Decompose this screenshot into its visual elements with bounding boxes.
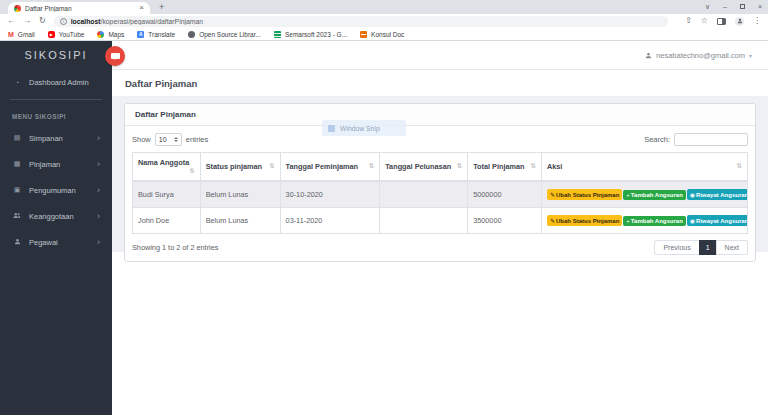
page-length-select[interactable]: 10 [155,133,182,146]
column-header-tgl-peminjaman[interactable]: Tanggal Peminjaman⇅ [280,153,380,182]
ubah-status-button[interactable]: ✎Ubah Status Pinjaman [547,189,622,200]
cell-aksi: ✎Ubah Status Pinjaman+Tambah Angsuran◉Ri… [541,181,747,208]
cell-status: Belum Lunas [200,208,280,234]
sort-icon: ⇅ [269,162,274,170]
next-page-button[interactable]: Next [716,240,748,255]
card-body: Show 10 entries Search: [125,126,755,261]
bookmark-star-icon[interactable]: ☆ [701,14,708,28]
page-number-button[interactable]: 1 [699,240,717,255]
browser-window: Daftar Pinjaman × + ∨ – × ← → ↻ i localh… [0,0,768,416]
sort-icon: ⇅ [457,162,462,170]
table-row: John Doe Belum Lunas 03-11-2020 3500000 … [133,208,748,234]
bookmark-maps[interactable]: Maps [97,31,124,38]
sidebar-item-pinjaman[interactable]: ▦ Pinjaman › [0,151,112,177]
chevron-right-icon: › [97,238,100,247]
sidebar-divider [10,99,102,100]
button-label: Ubah Status Pinjaman [556,192,619,198]
page-title: Daftar Pinjaman [112,70,768,96]
spreadsheet-icon [274,31,281,38]
sort-icon: ⇅ [369,162,374,170]
sidebar-item-label: Pegawai [29,238,58,247]
sidebar-item-label: Keanggotaan [29,212,74,221]
column-header-nama[interactable]: Nama Anggota⇅ [133,153,201,182]
address-bar[interactable]: i localhost/koperasi/pegawai/daftarPinja… [54,16,668,27]
bookmark-label: YouTube [59,31,85,38]
search-control: Search: [644,133,748,146]
site-favicon-icon [14,5,21,12]
minimize-icon[interactable]: – [723,3,727,10]
close-tab-icon[interactable]: × [139,4,144,12]
tambah-angsuran-button[interactable]: +Tambah Angsuran [623,216,686,226]
edit-icon: ✎ [550,218,555,224]
sidebar-item-simpanan[interactable]: ▤ Simpanan › [0,125,112,151]
loans-card: Daftar Pinjaman Show 10 entries [124,103,756,262]
browser-tab[interactable]: Daftar Pinjaman × [8,2,150,14]
new-tab-button[interactable]: + [159,1,164,14]
bookmark-gmail[interactable]: M Gmail [8,31,35,38]
bookmark-label: Open Source Librar... [199,31,261,38]
bookmark-semarsoft[interactable]: Semarsoft 2023 - G... [274,31,347,38]
column-header-status[interactable]: Status pinjaman⇅ [200,153,280,182]
page-info-icon[interactable]: i [60,18,67,25]
previous-page-button[interactable]: Previous [654,240,699,255]
sidebar-item-label: Pinjaman [29,160,60,169]
app-root: SIKOSIPI ◔ Dashboard Admin MENU SIKOSIPI… [0,41,768,415]
chevron-right-icon: › [97,186,100,195]
comment-icon [111,53,120,59]
cell-tgl-pelunasan [380,208,468,234]
bookmark-label: Translate [148,31,175,38]
snip-icon [328,125,335,132]
column-label: Aksi [547,162,562,171]
bookmark-youtube[interactable]: ▶ YouTube [48,31,85,38]
close-window-icon[interactable]: × [758,3,762,10]
riwayat-angsuran-button[interactable]: ◉Riwayat Angsuran [687,215,748,226]
page-length-control: Show 10 entries [132,133,208,146]
ubah-status-button[interactable]: ✎Ubah Status Pinjaman [547,215,622,226]
column-header-tgl-pelunasan[interactable]: Tanggal Pelunasan⇅ [380,153,468,182]
browser-toolbar: ← → ↻ i localhost/koperasi/pegawai/dafta… [0,14,768,28]
youtube-icon: ▶ [48,31,55,38]
bookmark-open-source-library[interactable]: Open Source Librar... [188,31,261,38]
bookmark-label: Konsul Doc [371,31,404,38]
button-label: Tambah Angsuran [631,218,683,224]
reload-icon[interactable]: ↻ [39,14,46,28]
document-icon [360,31,367,38]
share-icon[interactable]: ⇧ [685,14,692,28]
profile-avatar[interactable] [735,17,744,26]
sidebar-item-pengumuman[interactable]: ▣ Pengumuman › [0,177,112,203]
forward-icon[interactable]: → [23,14,31,28]
maximize-icon[interactable] [740,4,745,9]
gmail-icon: M [8,31,14,38]
column-header-aksi[interactable]: Aksi⇅ [541,153,747,182]
bookmark-label: Gmail [18,31,35,38]
sidebar-item-pegawai[interactable]: Pegawai › [0,229,112,255]
user-menu[interactable]: nesabatechno@gmail.com ▾ [645,51,752,60]
search-input[interactable] [674,133,748,146]
sidebar-item-keanggotaan[interactable]: Keanggotaan › [0,203,112,229]
sidebar-toggle-button[interactable] [105,46,125,66]
user-email: nesabatechno@gmail.com [656,51,745,60]
brand-title: SIKOSIPI [0,41,112,69]
sidebar: SIKOSIPI ◔ Dashboard Admin MENU SIKOSIPI… [0,41,112,415]
browser-menu-icon[interactable]: ⋮ [753,14,761,28]
cell-total: 3500000 [468,208,542,234]
back-icon[interactable]: ← [7,14,15,28]
column-label: Status pinjaman [206,162,262,171]
bookmark-konsul-doc[interactable]: Konsul Doc [360,31,404,38]
bookmark-translate[interactable]: A Translate [137,31,175,38]
url-host: localhost [71,18,101,25]
translate-icon: A [137,31,144,38]
cell-status: Belum Lunas [200,181,280,208]
url-text: localhost/koperasi/pegawai/daftarPinjama… [71,18,203,25]
window-chevron-icon[interactable]: ∨ [705,3,710,11]
tambah-angsuran-button[interactable]: +Tambah Angsuran [623,190,686,200]
sidebar-item-dashboard[interactable]: ◔ Dashboard Admin [0,69,112,95]
cell-tgl-pelunasan [380,181,468,208]
column-header-total[interactable]: Total Pinjaman⇅ [468,153,542,182]
snip-toast: Window Snip [322,120,406,136]
tab-strip: Daftar Pinjaman × + ∨ – × [0,0,768,14]
side-panel-icon[interactable] [717,18,726,25]
riwayat-angsuran-button[interactable]: ◉Riwayat Angsuran [687,189,748,200]
dashboard-icon: ◔ [12,79,22,86]
column-label: Nama Anggota [138,158,189,167]
